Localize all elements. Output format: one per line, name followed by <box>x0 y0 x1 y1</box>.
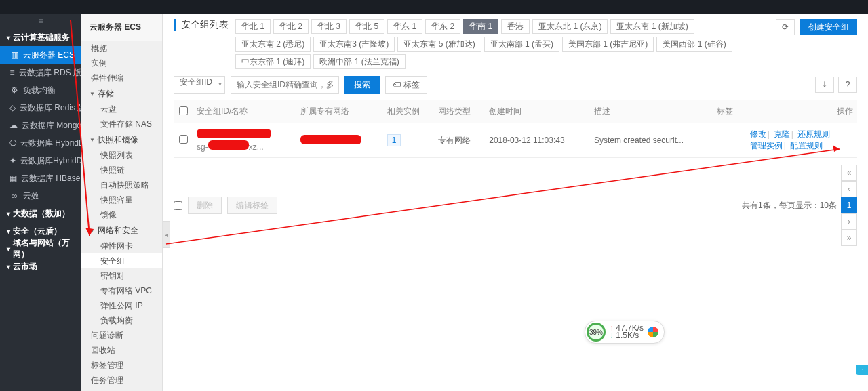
action-restore-rules[interactable]: 还原规则 <box>797 129 830 139</box>
create-security-group-button[interactable]: 创建安全组 <box>800 19 857 35</box>
sidebar-toggle-icon[interactable]: ≡ <box>0 14 81 28</box>
region-tab[interactable]: 亚太东南 1 (新加坡) <box>610 19 694 34</box>
column-header: 网络类型 <box>434 100 485 123</box>
sidebar-item[interactable]: ☁云数据库 MongoDB 版 <box>0 117 81 134</box>
page-button[interactable]: 1 <box>841 197 857 213</box>
submenu-item[interactable]: 负载均衡 <box>81 313 162 328</box>
cell-created: 2018-03-12 11:03:43 <box>485 123 590 158</box>
region-tab[interactable]: 亚太东南 5 (雅加达) <box>397 37 481 52</box>
sidebar-item[interactable]: ▥云服务器 ECS <box>0 46 81 64</box>
select-all-checkbox[interactable] <box>179 106 188 115</box>
service-icon: ∞ <box>9 191 19 201</box>
cell-vpc <box>296 123 383 158</box>
help-button[interactable]: ? <box>838 77 857 93</box>
sidebar-item[interactable]: ⚙负载均衡 <box>0 81 81 99</box>
region-tab[interactable]: 华北 1 <box>235 19 271 34</box>
instance-count-badge[interactable]: 1 <box>387 134 401 146</box>
submenu-item[interactable]: 密钥对 <box>81 268 162 283</box>
edit-tag-button[interactable]: 编辑标签 <box>227 197 277 214</box>
table-footer: 删除 编辑标签 共有1条，每页显示：10条 «‹1›» <box>174 165 857 246</box>
select-all-footer-checkbox[interactable] <box>174 201 182 210</box>
service-icon: ◇ <box>9 103 16 112</box>
sidebar-item[interactable]: ≡云数据库 RDS 版 <box>0 64 81 81</box>
sidebar-item-label: 云数据库 MongoDB 版 <box>22 120 81 131</box>
feedback-tab[interactable]: 咨询·建议 <box>856 365 868 375</box>
submenu-group[interactable]: ▼网络和安全 <box>81 222 162 239</box>
submenu-group[interactable]: ▼存储 <box>81 85 162 102</box>
sidebar-item[interactable]: ◇云数据库 Redis 版 <box>0 99 81 117</box>
region-tab[interactable]: 欧洲中部 1 (法兰克福) <box>313 54 405 69</box>
submenu-item[interactable]: 概览 <box>81 41 162 56</box>
submenu-item[interactable]: 镜像 <box>81 207 162 222</box>
cell-instances: 1 <box>383 123 434 158</box>
region-tab[interactable]: 华北 3 <box>311 19 347 34</box>
submenu-item[interactable]: 专有网络 VPC <box>81 283 162 298</box>
page-button[interactable]: « <box>841 165 857 181</box>
page-button[interactable]: ‹ <box>841 181 857 197</box>
region-tab[interactable]: 中东东部 1 (迪拜) <box>235 54 311 69</box>
submenu-item[interactable]: 标签管理 <box>81 358 162 373</box>
region-tab[interactable]: 华北 2 <box>273 19 309 34</box>
submenu-item[interactable]: 弹性网卡 <box>81 239 162 253</box>
export-button[interactable]: ⤓ <box>815 77 834 93</box>
action-clone[interactable]: 克隆 <box>774 129 790 139</box>
network-monitor-widget[interactable]: 39% ↑ 47.7K/s ↓ 1.5K/s <box>585 321 665 344</box>
row-checkbox[interactable] <box>179 135 188 144</box>
submenu-item[interactable]: 弹性伸缩 <box>81 70 162 85</box>
delete-button[interactable]: 删除 <box>188 197 222 214</box>
cell-desc: System created securit... <box>590 123 713 158</box>
sidebar-item[interactable]: ⎔云数据库 HybridDB fo... <box>0 134 81 152</box>
submenu-item[interactable]: 云盘 <box>81 102 162 117</box>
service-icon: ✦ <box>9 156 16 165</box>
submenu-item[interactable]: 快照链 <box>81 163 162 178</box>
submenu-item[interactable]: 弹性公网 IP <box>81 298 162 313</box>
sidebar-group-header[interactable]: ▾大数据（数加） <box>0 205 81 222</box>
page-button[interactable]: » <box>841 230 857 246</box>
chevron-down-icon: ▾ <box>7 263 10 270</box>
refresh-button[interactable]: ⟳ <box>776 19 795 35</box>
search-button[interactable]: 搜索 <box>344 76 380 94</box>
region-tab[interactable]: 华东 1 <box>387 19 422 34</box>
action-config-rules[interactable]: 配置规则 <box>790 141 823 150</box>
action-manage-instances[interactable]: 管理实例 <box>750 141 783 150</box>
submenu-item[interactable]: 安全组 <box>81 253 162 268</box>
net-speed: ↑ 47.7K/s ↓ 1.5K/s <box>610 325 644 339</box>
search-input[interactable] <box>231 76 339 94</box>
submenu-item[interactable]: 实例 <box>81 56 162 70</box>
region-tab[interactable]: 华北 5 <box>349 19 384 34</box>
chevron-down-icon: ▾ <box>7 245 10 253</box>
region-tab[interactable]: 美国西部 1 (硅谷) <box>656 37 732 52</box>
sidebar-item[interactable]: ∞云效 <box>0 187 81 205</box>
submenu-item[interactable]: 回收站 <box>81 343 162 358</box>
filter-field-select[interactable]: 安全组ID <box>174 76 225 94</box>
submenu-item[interactable]: 自动快照策略 <box>81 178 162 192</box>
submenu-item[interactable]: 操作日志 <box>81 388 162 391</box>
collapse-sidebar-handle[interactable]: ◂ <box>163 221 170 248</box>
submenu-item[interactable]: 任务管理 <box>81 373 162 388</box>
region-tab[interactable]: 亚太东北 1 (东京) <box>532 19 608 34</box>
region-tab[interactable]: 香港 <box>501 19 530 34</box>
cell-id: sg-xz... <box>193 123 296 158</box>
tag-filter-button[interactable]: 🏷 标签 <box>385 76 427 94</box>
region-tab[interactable]: 亚太东南3 (吉隆坡) <box>313 37 395 52</box>
top-bar <box>0 0 868 14</box>
page-button[interactable]: › <box>841 213 857 230</box>
cell-tag <box>713 123 743 158</box>
region-tab[interactable]: 亚太东南 2 (悉尼) <box>235 37 311 52</box>
region-tab[interactable]: 华东 2 <box>425 19 460 34</box>
region-tab[interactable]: 亚太南部 1 (孟买) <box>484 37 559 52</box>
cell-net-type: 专有网络 <box>434 123 485 158</box>
sidebar-item[interactable]: ✦云数据库HybridDB for... <box>0 152 81 169</box>
sidebar-group-header[interactable]: ▾域名与网站（万网） <box>0 240 81 258</box>
submenu-group[interactable]: ▼快照和镜像 <box>81 131 162 148</box>
sidebar-group-header[interactable]: ▾云计算基础服务 <box>0 28 81 46</box>
submenu-item[interactable]: 问题诊断 <box>81 328 162 343</box>
sidebar-item[interactable]: ▦云数据库 HBase 版 <box>0 169 81 187</box>
action-modify[interactable]: 修改 <box>750 129 766 139</box>
region-tab[interactable]: 华南 1 <box>463 19 498 34</box>
secondary-sidebar: 云服务器 ECS 概览实例弹性伸缩▼存储云盘文件存储 NAS▼快照和镜像快照列表… <box>81 14 163 391</box>
submenu-item[interactable]: 快照容量 <box>81 192 162 207</box>
submenu-item[interactable]: 快照列表 <box>81 148 162 163</box>
region-tab[interactable]: 美国东部 1 (弗吉尼亚) <box>562 37 654 52</box>
submenu-item[interactable]: 文件存储 NAS <box>81 117 162 131</box>
